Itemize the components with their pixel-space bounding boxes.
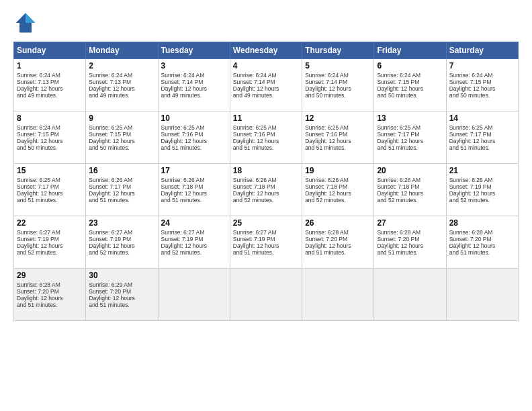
day-info: Sunset: 7:16 PM (305, 131, 371, 138)
day-info: Daylight: 12 hours (233, 85, 299, 92)
day-info: Sunrise: 6:24 AM (233, 72, 299, 79)
day-info: Daylight: 12 hours (17, 138, 83, 144)
svg-marker-1 (26, 13, 35, 23)
day-cell: 14Sunrise: 6:25 AMSunset: 7:17 PMDayligh… (446, 111, 518, 164)
day-cell: 15Sunrise: 6:25 AMSunset: 7:17 PMDayligh… (14, 164, 86, 216)
day-info: Daylight: 12 hours (17, 85, 83, 92)
day-info: Sunset: 7:20 PM (449, 236, 515, 242)
day-info: Daylight: 12 hours (305, 190, 371, 197)
day-info: Daylight: 12 hours (449, 242, 515, 249)
header (13, 11, 519, 35)
day-info: and 49 minutes. (17, 92, 83, 99)
day-cell: 1Sunrise: 6:24 AMSunset: 7:13 PMDaylight… (14, 59, 86, 111)
day-cell: 8Sunrise: 6:24 AMSunset: 7:15 PMDaylight… (14, 111, 86, 164)
header-cell-tuesday: Tuesday (158, 42, 230, 59)
day-info: and 52 minutes. (233, 197, 299, 203)
day-info: Daylight: 12 hours (89, 85, 154, 92)
day-info: Daylight: 12 hours (89, 190, 154, 197)
day-info: Daylight: 12 hours (89, 242, 154, 249)
day-info: and 50 minutes. (17, 144, 83, 151)
day-info: Daylight: 12 hours (377, 138, 443, 144)
day-number: 8 (17, 113, 83, 123)
day-info: Sunset: 7:19 PM (233, 236, 299, 242)
day-cell: 26Sunrise: 6:28 AMSunset: 7:20 PMDayligh… (302, 216, 374, 269)
day-info: Sunset: 7:15 PM (449, 79, 515, 85)
day-cell (158, 269, 230, 321)
day-info: Sunset: 7:20 PM (17, 288, 83, 295)
day-info: Daylight: 12 hours (377, 85, 443, 92)
day-info: Sunset: 7:19 PM (449, 183, 515, 190)
day-info: Sunrise: 6:27 AM (161, 229, 227, 236)
day-cell: 18Sunrise: 6:26 AMSunset: 7:18 PMDayligh… (230, 164, 302, 216)
day-cell: 7Sunrise: 6:24 AMSunset: 7:15 PMDaylight… (446, 59, 518, 111)
day-info: and 51 minutes. (89, 302, 154, 308)
day-cell: 5Sunrise: 6:24 AMSunset: 7:14 PMDaylight… (302, 59, 374, 111)
week-row-1: 1Sunrise: 6:24 AMSunset: 7:13 PMDaylight… (14, 59, 519, 111)
day-info: Sunset: 7:19 PM (89, 236, 154, 242)
day-info: Daylight: 12 hours (233, 190, 299, 197)
day-info: Sunrise: 6:28 AM (377, 229, 443, 236)
day-info: Daylight: 12 hours (233, 138, 299, 144)
day-cell: 3Sunrise: 6:24 AMSunset: 7:14 PMDaylight… (158, 59, 230, 111)
day-cell (446, 269, 518, 321)
day-info: Sunrise: 6:24 AM (89, 72, 154, 79)
day-info: Daylight: 12 hours (377, 190, 443, 197)
day-info: Sunset: 7:15 PM (17, 131, 83, 138)
day-info: and 50 minutes. (89, 144, 154, 151)
day-number: 14 (449, 113, 515, 123)
day-cell: 19Sunrise: 6:26 AMSunset: 7:18 PMDayligh… (302, 164, 374, 216)
day-number: 28 (449, 218, 515, 228)
day-number: 6 (377, 61, 443, 71)
day-info: Sunrise: 6:25 AM (377, 124, 443, 131)
day-info: Sunrise: 6:24 AM (161, 72, 227, 79)
day-cell: 17Sunrise: 6:26 AMSunset: 7:18 PMDayligh… (158, 164, 230, 216)
day-cell: 24Sunrise: 6:27 AMSunset: 7:19 PMDayligh… (158, 216, 230, 269)
week-row-4: 22Sunrise: 6:27 AMSunset: 7:19 PMDayligh… (14, 216, 519, 269)
day-number: 20 (377, 166, 443, 175)
day-number: 11 (233, 113, 299, 123)
day-info: Sunrise: 6:27 AM (233, 229, 299, 236)
day-info: Sunrise: 6:24 AM (377, 72, 443, 79)
day-info: Sunrise: 6:26 AM (305, 177, 371, 183)
calendar-body: 1Sunrise: 6:24 AMSunset: 7:13 PMDaylight… (14, 59, 519, 321)
day-info: Sunrise: 6:24 AM (17, 72, 83, 79)
day-cell: 13Sunrise: 6:25 AMSunset: 7:17 PMDayligh… (374, 111, 446, 164)
week-row-3: 15Sunrise: 6:25 AMSunset: 7:17 PMDayligh… (14, 164, 519, 216)
day-info: Daylight: 12 hours (17, 295, 83, 302)
day-number: 29 (17, 271, 83, 280)
day-cell: 11Sunrise: 6:25 AMSunset: 7:16 PMDayligh… (230, 111, 302, 164)
day-cell: 6Sunrise: 6:24 AMSunset: 7:15 PMDaylight… (374, 59, 446, 111)
day-info: and 51 minutes. (305, 249, 371, 256)
day-cell: 20Sunrise: 6:26 AMSunset: 7:18 PMDayligh… (374, 164, 446, 216)
day-info: Sunrise: 6:26 AM (377, 177, 443, 183)
day-number: 12 (305, 113, 371, 123)
calendar-header: SundayMondayTuesdayWednesdayThursdayFrid… (14, 42, 519, 59)
day-info: Sunset: 7:19 PM (17, 236, 83, 242)
day-info: and 49 minutes. (233, 92, 299, 99)
day-number: 1 (17, 61, 83, 71)
day-info: Sunrise: 6:24 AM (449, 72, 515, 79)
day-info: Sunrise: 6:25 AM (161, 124, 227, 131)
day-info: and 51 minutes. (449, 249, 515, 256)
day-info: Sunset: 7:15 PM (377, 79, 443, 85)
day-info: Sunset: 7:13 PM (17, 79, 83, 85)
day-cell (374, 269, 446, 321)
day-info: Sunset: 7:18 PM (377, 183, 443, 190)
day-cell: 22Sunrise: 6:27 AMSunset: 7:19 PMDayligh… (14, 216, 86, 269)
day-info: Sunset: 7:14 PM (161, 79, 227, 85)
day-number: 13 (377, 113, 443, 123)
day-info: Sunset: 7:14 PM (233, 79, 299, 85)
day-info: Sunrise: 6:29 AM (89, 281, 154, 288)
day-info: Sunset: 7:14 PM (305, 79, 371, 85)
header-cell-wednesday: Wednesday (230, 42, 302, 59)
day-number: 25 (233, 218, 299, 228)
day-cell: 25Sunrise: 6:27 AMSunset: 7:19 PMDayligh… (230, 216, 302, 269)
day-cell: 9Sunrise: 6:25 AMSunset: 7:15 PMDaylight… (86, 111, 158, 164)
day-info: Sunrise: 6:25 AM (449, 124, 515, 131)
day-info: Daylight: 12 hours (305, 242, 371, 249)
day-info: Sunset: 7:17 PM (17, 183, 83, 190)
day-cell: 30Sunrise: 6:29 AMSunset: 7:20 PMDayligh… (86, 269, 158, 321)
day-cell: 12Sunrise: 6:25 AMSunset: 7:16 PMDayligh… (302, 111, 374, 164)
day-number: 23 (89, 218, 154, 228)
day-info: Sunrise: 6:27 AM (17, 229, 83, 236)
